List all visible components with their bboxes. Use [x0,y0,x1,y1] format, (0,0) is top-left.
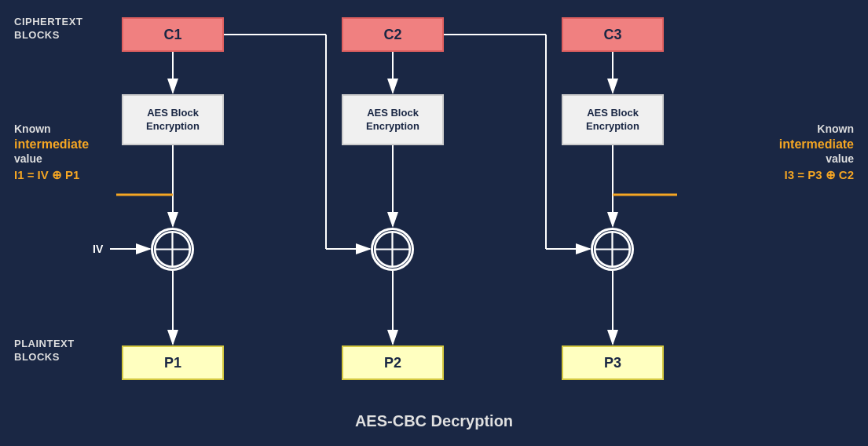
known-left-formula: I1 = IV ⊕ P1 [14,168,89,182]
known-left-line3: value [14,152,89,167]
plain-block-p3: P3 [562,345,664,380]
cipher-block-c3: C3 [562,17,664,52]
known-intermediate-right: Known intermediate value I3 = P3 ⊕ C2 [779,122,854,182]
plain-block-p2: P2 [342,345,444,380]
xor-circle-3 [591,228,634,271]
known-right-line2: intermediate [779,137,854,152]
plaintext-label: PLAINTEXT BLOCKS [14,338,75,364]
plain-block-p1: P1 [122,345,224,380]
known-right-formula: I3 = P3 ⊕ C2 [779,168,854,182]
known-right-line3: value [779,152,854,167]
ciphertext-label: CIPHERTEXT BLOCKS [14,16,82,42]
known-left-line2: intermediate [14,137,89,152]
aes-block-3: AES BlockEncryption [562,94,664,145]
aes-block-2: AES BlockEncryption [342,94,444,145]
diagram-title: AES-CBC Decryption [355,412,513,430]
cipher-block-c2: C2 [342,17,444,52]
cipher-block-c1: C1 [122,17,224,52]
known-right-line1: Known [779,122,854,137]
svg-text:IV: IV [93,243,104,255]
xor-circle-1 [151,228,194,271]
xor-circle-2 [371,228,414,271]
diagram-container: CIPHERTEXT BLOCKS PLAINTEXT BLOCKS Known… [0,0,868,446]
known-intermediate-left: Known intermediate value I1 = IV ⊕ P1 [14,122,89,182]
known-left-line1: Known [14,122,89,137]
aes-block-1: AES BlockEncryption [122,94,224,145]
